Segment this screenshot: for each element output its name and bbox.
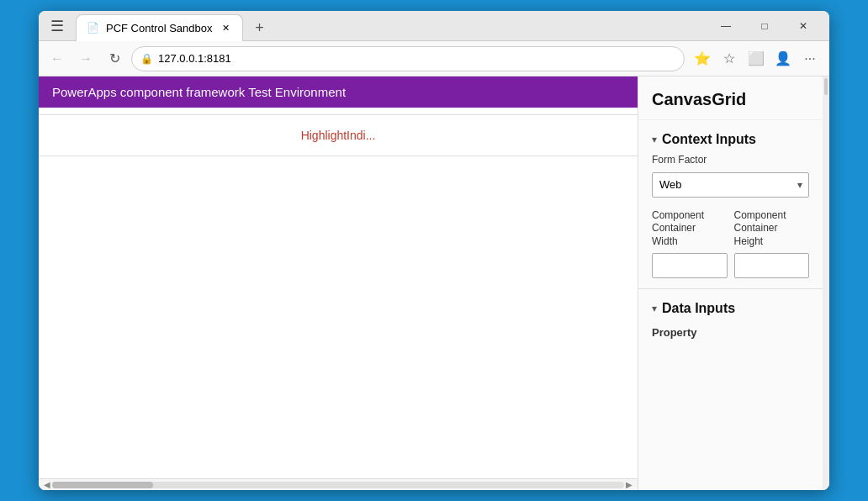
split-screen-icon: ⬜ xyxy=(748,50,765,66)
minimize-button[interactable]: — xyxy=(707,11,745,41)
container-height-group: Component Container Height xyxy=(734,209,810,279)
title-bar: ☰ 📄 PCF Control Sandbox ✕ + — □ ✕ xyxy=(39,11,829,41)
form-factor-select[interactable]: Web Tablet Phone xyxy=(652,172,809,198)
data-inputs-section-header[interactable]: ▾ Data Inputs xyxy=(638,289,823,323)
container-width-label: Component Container Width xyxy=(652,209,728,249)
split-screen-icon-button[interactable]: ⬜ xyxy=(744,46,769,71)
forward-button[interactable]: → xyxy=(74,47,98,71)
tab-close-button[interactable]: ✕ xyxy=(219,21,232,34)
container-dimensions-fields: Component Container Width Component Cont… xyxy=(652,209,809,279)
collections-icon-button[interactable]: ☆ xyxy=(717,46,742,71)
main-content: PowerApps component framework Test Envir… xyxy=(39,76,638,490)
scroll-left-arrow[interactable]: ◀ xyxy=(42,480,52,489)
control-name-label: HighlightIndi... xyxy=(39,115,638,156)
window-controls-left: ☰ xyxy=(45,14,69,38)
address-input[interactable] xyxy=(158,52,675,65)
scroll-right-arrow[interactable]: ▶ xyxy=(624,480,634,489)
panel-scrollbar-thumb[interactable] xyxy=(824,78,828,95)
favorites-icon-button[interactable]: ⭐ xyxy=(690,46,715,71)
refresh-button[interactable]: ↻ xyxy=(103,47,126,71)
container-height-input[interactable] xyxy=(734,253,810,278)
settings-more-button[interactable]: ··· xyxy=(797,46,823,71)
scrollbar-thumb[interactable] xyxy=(52,482,153,488)
context-inputs-title: Context Inputs xyxy=(662,132,756,147)
more-icon: ··· xyxy=(804,51,815,66)
form-factor-label: Form Factor xyxy=(652,154,809,167)
bottom-divider xyxy=(39,156,638,156)
profile-icon: 👤 xyxy=(775,50,791,66)
menu-icon: ☰ xyxy=(50,17,64,35)
page-content: HighlightIndi... xyxy=(39,108,638,478)
container-width-input[interactable] xyxy=(652,253,728,278)
form-factor-select-wrapper: Web Tablet Phone ▾ xyxy=(652,172,809,198)
menu-icon-button[interactable]: ☰ xyxy=(45,14,69,38)
favorites-icon: ⭐ xyxy=(694,50,711,66)
tab-page-icon: 📄 xyxy=(87,22,99,34)
new-tab-button[interactable]: + xyxy=(246,16,272,41)
collections-icon: ☆ xyxy=(723,50,735,66)
browser-toolbar-icons: ⭐ ☆ ⬜ 👤 ··· xyxy=(690,46,823,71)
close-button[interactable]: ✕ xyxy=(784,11,823,41)
container-height-label: Component Container Height xyxy=(734,209,810,249)
data-inputs-chevron-icon: ▾ xyxy=(652,303,657,314)
os-window-controls: — □ ✕ xyxy=(707,11,823,41)
address-bar: ← → ↻ 🔒 ⭐ ☆ ⬜ 👤 ··· xyxy=(39,41,829,76)
security-icon: 🔒 xyxy=(140,53,153,65)
property-section: Property xyxy=(638,323,823,345)
tab-title: PCF Control Sandbox xyxy=(106,22,212,34)
context-inputs-content: Form Factor Web Tablet Phone ▾ Component… xyxy=(638,154,823,288)
back-button[interactable]: ← xyxy=(45,47,69,71)
context-inputs-section-header[interactable]: ▾ Context Inputs xyxy=(638,120,823,154)
browser-window: ☰ 📄 PCF Control Sandbox ✕ + — □ ✕ ← → ↻ … xyxy=(39,11,829,490)
app-header: PowerApps component framework Test Envir… xyxy=(39,76,638,108)
container-width-group: Component Container Width xyxy=(652,209,728,279)
content-area: PowerApps component framework Test Envir… xyxy=(39,76,829,490)
data-inputs-section: ▾ Data Inputs Property xyxy=(638,288,823,345)
property-label: Property xyxy=(652,323,809,339)
right-panel: CanvasGrid ▾ Context Inputs Form Factor … xyxy=(638,76,823,490)
profile-icon-button[interactable]: 👤 xyxy=(770,46,796,71)
right-panel-scrollbar[interactable] xyxy=(823,76,829,490)
browser-tab[interactable]: 📄 PCF Control Sandbox ✕ xyxy=(76,14,243,41)
context-inputs-chevron-icon: ▾ xyxy=(652,134,657,145)
address-bar-input-wrapper: 🔒 xyxy=(131,46,685,71)
data-inputs-title: Data Inputs xyxy=(662,301,735,316)
tab-bar: 📄 PCF Control Sandbox ✕ + xyxy=(76,11,707,41)
panel-title: CanvasGrid xyxy=(638,76,823,120)
maximize-button[interactable]: □ xyxy=(745,11,784,41)
app-header-text: PowerApps component framework Test Envir… xyxy=(52,85,346,99)
scrollbar-track xyxy=(52,482,624,488)
scroll-area: ◀ ▶ xyxy=(39,478,638,490)
